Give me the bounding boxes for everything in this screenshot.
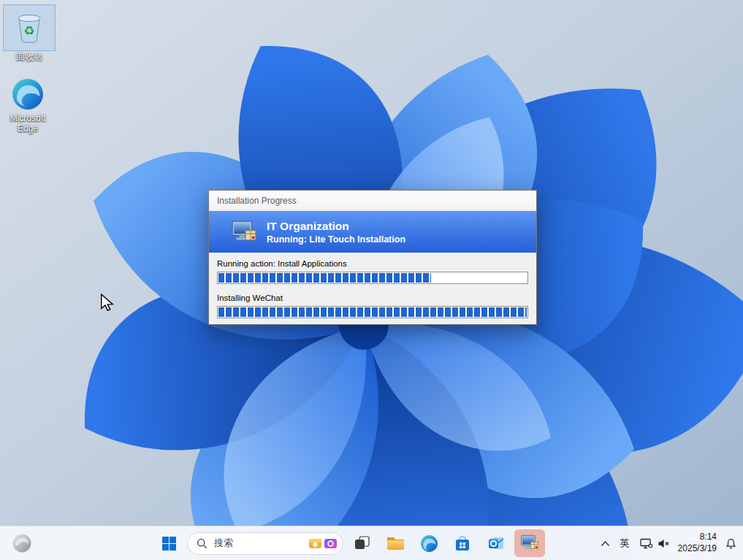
action-label: Running action: Install Applications	[217, 259, 528, 268]
icon-label: Microsoft Edge	[0, 114, 56, 134]
svg-text:♻: ♻	[23, 24, 34, 38]
search-camera-icon[interactable]	[324, 537, 338, 551]
outlook-button[interactable]	[481, 529, 511, 557]
window-title: Installation Progress	[217, 196, 297, 206]
installation-progress-window: Installation Progress IT Organization	[208, 190, 537, 325]
window-titlebar[interactable]: Installation Progress	[209, 191, 536, 211]
start-button[interactable]	[153, 529, 184, 557]
task-progress-fill	[218, 307, 527, 317]
notification-bell-icon[interactable]	[725, 537, 737, 550]
taskbar-clock[interactable]: 8:14 2025/3/19	[678, 532, 717, 554]
edge-icon	[420, 534, 438, 553]
task-view-button[interactable]	[346, 529, 377, 557]
task-view-icon	[354, 535, 370, 551]
windows-logo-icon	[162, 537, 176, 551]
desktop-icon-edge[interactable]: Microsoft Edge	[0, 76, 56, 134]
tray-chevron-up-icon[interactable]	[601, 540, 610, 547]
store-button[interactable]	[447, 529, 478, 557]
deployment-toolkit-icon	[231, 219, 257, 245]
system-tray: 英 8:14	[601, 526, 737, 560]
file-explorer-button[interactable]	[380, 529, 411, 557]
dialog-banner: IT Organization Running: Lite Touch Inst…	[209, 211, 536, 253]
edge-icon	[11, 77, 45, 111]
file-explorer-icon	[386, 534, 405, 552]
action-progressbar	[217, 272, 528, 284]
dialog-body: Running action: Install Applications Ins…	[209, 253, 536, 324]
clock-time: 8:14	[678, 532, 717, 543]
deployment-toolkit-icon	[520, 534, 539, 553]
store-icon	[454, 534, 471, 553]
action-progress-fill	[218, 273, 431, 283]
mdt-installer-button[interactable]	[514, 529, 545, 557]
search-placeholder: 搜索	[214, 537, 233, 550]
search-highlights-icon[interactable]	[308, 537, 322, 551]
clock-date: 2025/3/19	[678, 543, 717, 555]
desktop-icon-recycle-bin[interactable]: ♻ 回收站	[1, 4, 57, 63]
desktop: ♻ 回收站 Microsoft Edge Installation Progre…	[0, 0, 743, 560]
task-label: Installing WeChat	[217, 294, 528, 302]
search-icon	[197, 538, 207, 549]
ime-indicator[interactable]: 英	[618, 535, 632, 551]
org-subtitle: Running: Lite Touch Installation	[267, 234, 405, 245]
icon-label: 回收站	[1, 53, 57, 63]
org-title: IT Organization	[267, 220, 405, 233]
network-icon[interactable]	[640, 538, 652, 549]
task-progressbar	[217, 306, 528, 318]
corner-swirl-icon[interactable]	[12, 533, 32, 553]
selection-highlight: ♻	[3, 4, 56, 51]
edge-button[interactable]	[414, 529, 444, 557]
taskbar-search[interactable]: 搜索	[187, 532, 343, 555]
volume-icon[interactable]	[658, 538, 670, 549]
taskbar: 搜索	[0, 526, 743, 560]
outlook-icon	[487, 534, 505, 552]
recycle-bin-icon: ♻	[15, 12, 44, 44]
